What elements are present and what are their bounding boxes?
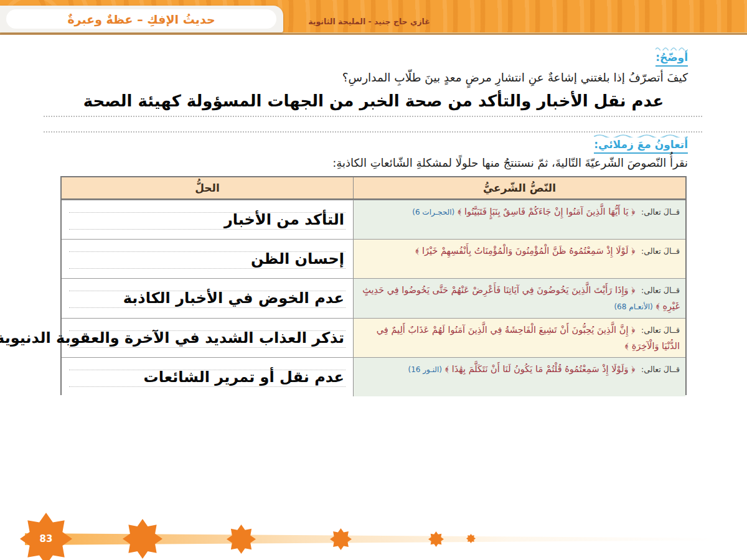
solution-cell: عدم نقل أو تمرير الشائعات — [62, 358, 353, 396]
verse-text: ﴿ وَلَوْلَا إِذْ سَمِعْتُمُوهُ قُلْتُمْ … — [445, 364, 636, 374]
worksheet-page: { "header": { "lesson_title": "حديثُ الإ… — [0, 0, 747, 560]
star-icon — [428, 531, 444, 547]
page-number: 83 — [40, 533, 53, 544]
dotted-writing-line — [69, 307, 345, 308]
solution-cell: عدم الخوض في الأخبار الكاذبة — [62, 279, 353, 317]
dotted-writing-line — [69, 386, 345, 387]
solution-cell: تذكر العذاب الشديد في الآخرة والعقوبة ال… — [62, 319, 353, 357]
table-row: قــالَ تعالى: ﴿ وَإِذَا رَأَيْتَ الَّذِي… — [62, 278, 685, 317]
wavy-line-icon — [594, 133, 688, 138]
verse-cell: قــالَ تعالى: ﴿ لَوْلَا إِذْ سَمِعْتُمُو… — [353, 240, 685, 278]
instruction-text: نقرأُ النّصوصَ الشّرعيّةَ التّاليةَ، ثمّ… — [332, 156, 688, 169]
lesson-title: حديثُ الإفكِ – عظةٌ وعبرةٌ — [6, 9, 276, 29]
qal-label: قــالَ تعالى: — [641, 246, 680, 256]
cooperate-heading-label: أتعاونُ معَ زملائي: — [594, 138, 688, 154]
solution-cell: إحسان الظن — [62, 240, 353, 278]
star-icon — [123, 519, 162, 559]
lesson-title-tab: حديثُ الإفكِ – عظةٌ وعبرةٌ — [0, 6, 283, 32]
verse-reference: (النـور 16) — [408, 365, 442, 374]
wavy-line-icon — [655, 46, 688, 50]
star-icon — [466, 534, 476, 543]
question-text: كيفَ أتصرّفُ إذا بلغتني إشاعةٌ عنِ انتشا… — [342, 71, 688, 84]
explain-heading-label: أوضّحُ: — [655, 51, 688, 67]
header-gold-rule — [0, 32, 747, 35]
dotted-writing-line — [69, 229, 345, 230]
written-answer-text: عدم نقل الأخبار والتأكد من صحة الخبر من … — [62, 91, 685, 110]
answer-dotted-line — [44, 116, 702, 117]
answer-dotted-line — [44, 131, 702, 133]
solution-text: إحسان الظن — [251, 250, 344, 268]
verse-cell: قــالَ تعالى: ﴿ إِنَّ الَّذِينَ يُحِبُّو… — [353, 319, 685, 357]
table-row: قــالَ تعالى: ﴿ يَا أَيُّهَا الَّذِينَ آ… — [62, 200, 685, 239]
author-school-label: غازي حاج جنيد - المليحة الثانوية — [291, 17, 447, 26]
table-row: قــالَ تعالى: ﴿ وَلَوْلَا إِذْ سَمِعْتُم… — [62, 357, 685, 396]
dotted-writing-line — [69, 347, 345, 348]
star-icon — [227, 525, 256, 554]
verse-text: ﴿ يَا أَيُّهَا الَّذِينَ آمَنُوا إِنْ جَ… — [458, 207, 636, 217]
table-header-row: النّصُّ الشّرعيُّ الحلُّ — [62, 177, 685, 200]
verse-reference: (الأنعـام 68) — [614, 302, 652, 311]
verse-text: ﴿ إِنَّ الَّذِينَ يُحِبُّونَ أَنْ تَشِيع… — [377, 325, 680, 351]
qal-label: قــالَ تعالى: — [641, 365, 680, 374]
column-header-solution: الحلُّ — [62, 177, 353, 198]
verse-cell: قــالَ تعالى: ﴿ يَا أَيُّهَا الَّذِينَ آ… — [353, 200, 685, 239]
solution-cell: التأكد من الأخبار — [62, 200, 353, 239]
cooperate-section-heading: أتعاونُ معَ زملائي: — [594, 138, 688, 154]
solution-text: عدم نقل أو تمرير الشائعات — [144, 368, 344, 386]
solution-text: عدم الخوض في الأخبار الكاذبة — [123, 289, 344, 307]
table-row: قــالَ تعالى: ﴿ إِنَّ الَّذِينَ يُحِبُّو… — [62, 318, 685, 357]
star-icon — [330, 528, 352, 550]
column-header-verse: النّصُّ الشّرعيُّ — [353, 177, 685, 198]
verse-cell: قــالَ تعالى: ﴿ وَلَوْلَا إِذْ سَمِعْتُم… — [353, 358, 685, 396]
explain-section-heading: أوضّحُ: — [655, 51, 688, 67]
verse-text: ﴿ لَوْلَا إِذْ سَمِعْتُمُوهُ ظَنَّ الْمُ… — [415, 246, 636, 256]
qal-label: قــالَ تعالى: — [641, 207, 680, 217]
solution-text: التأكد من الأخبار — [224, 211, 344, 228]
dotted-writing-line — [69, 268, 345, 269]
table-row: قــالَ تعالى: ﴿ لَوْلَا إِذْ سَمِعْتُمُو… — [62, 239, 685, 278]
qal-label: قــالَ تعالى: — [641, 286, 680, 295]
verse-cell: قــالَ تعالى: ﴿ وَإِذَا رَأَيْتَ الَّذِي… — [353, 279, 685, 317]
page-number-star: 83 — [20, 513, 72, 560]
verses-solutions-table: النّصُّ الشّرعيُّ الحلُّ قــالَ تعالى: ﴿… — [60, 176, 687, 395]
verse-reference: (الحجـرات 6) — [412, 208, 454, 217]
qal-label: قــالَ تعالى: — [641, 325, 680, 335]
solution-text: تذكر العذاب الشديد في الآخرة والعقوبة ال… — [0, 329, 344, 347]
